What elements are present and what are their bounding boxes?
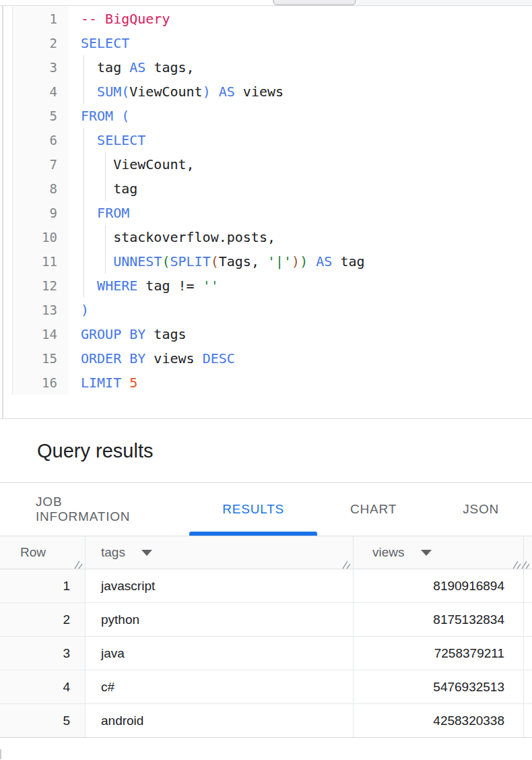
views-cell: 8190916894 — [354, 569, 524, 602]
code-token — [121, 375, 129, 391]
code-text: ORDER BY views DESC — [69, 346, 532, 371]
editor-line-2[interactable]: 2SELECT — [0, 31, 532, 55]
code-token: SPLIT — [170, 253, 210, 270]
code-token — [308, 253, 316, 270]
code-token: AS — [219, 84, 235, 100]
editor-line-9[interactable]: 9 FROM — [0, 201, 532, 225]
code-text: SUM(ViewCount) AS views — [69, 80, 532, 104]
results-tab-bar: JOB INFORMATIONRESULTSCHARTJSON — [0, 483, 532, 536]
dropdown-arrow-icon[interactable] — [421, 550, 432, 556]
line-number: 3 — [12, 55, 69, 80]
indent-guide — [84, 274, 84, 298]
editor-line-4[interactable]: 4 SUM(ViewCount) AS views — [0, 80, 532, 104]
code-token: WHERE — [97, 278, 137, 294]
editor-line-10[interactable]: 10 stackoverflow.posts, — [0, 225, 532, 249]
tab-results[interactable]: RESULTS — [189, 483, 317, 536]
code-token: AS — [316, 253, 332, 270]
indent-guide — [84, 177, 84, 201]
code-text: FROM — [69, 201, 532, 225]
code-token: DESC — [203, 350, 235, 367]
editor-line-13[interactable]: 13) — [0, 298, 532, 322]
code-token: '' — [203, 278, 219, 294]
column-header-label: Row — [20, 545, 46, 560]
indent-guide — [84, 128, 84, 152]
row-number-cell: 5 — [0, 704, 86, 737]
code-token: LIMIT — [81, 375, 121, 391]
query-results-panel-header: Query results — [0, 419, 532, 483]
code-text: SELECT — [69, 31, 532, 55]
panel-left-edge — [0, 749, 1, 759]
code-text: tag AS tags, — [69, 55, 532, 80]
code-token: SELECT — [81, 35, 129, 51]
indent-guide — [105, 152, 106, 177]
code-token: ) — [300, 253, 308, 270]
tab-json[interactable]: JSON — [430, 483, 532, 536]
editor-line-5[interactable]: 5FROM ( — [0, 104, 532, 128]
code-token: tag — [81, 181, 137, 197]
code-token: ORDER BY — [81, 350, 145, 367]
indent-guide — [84, 225, 84, 249]
column-header-label: views — [372, 545, 405, 560]
code-token: tags, — [145, 59, 194, 75]
column-resize-handle[interactable] — [512, 558, 521, 567]
column-resize-handle[interactable] — [521, 558, 530, 567]
line-number: 13 — [12, 298, 69, 322]
code-token: ViewCount, — [81, 156, 195, 172]
editor-line-3[interactable]: 3 tag AS tags, — [0, 55, 532, 80]
table-row: 1javascript8190916894 — [0, 569, 532, 603]
code-token: 5 — [129, 375, 137, 391]
column-header-row[interactable]: Row — [0, 536, 86, 569]
views-cell: 8175132834 — [354, 603, 524, 636]
views-cell: 5476932513 — [354, 670, 524, 703]
editor-line-16[interactable]: 16LIMIT 5 — [0, 371, 532, 395]
code-token: ( — [162, 253, 170, 270]
line-number: 6 — [12, 128, 69, 152]
code-text: FROM ( — [69, 104, 532, 128]
code-text: LIMIT 5 — [69, 371, 532, 395]
tab-job-information[interactable]: JOB INFORMATION — [3, 483, 189, 536]
extra-cell — [524, 670, 532, 703]
page-title: Query results — [37, 440, 153, 462]
code-token: '|' — [267, 253, 292, 270]
line-number: 15 — [12, 346, 69, 371]
code-text: ViewCount, — [69, 152, 532, 177]
tab-chart[interactable]: CHART — [317, 483, 430, 536]
line-number: 12 — [12, 274, 69, 298]
scrollbar-thumb[interactable] — [273, 0, 356, 5]
code-token: views — [235, 84, 284, 100]
row-number-cell: 1 — [0, 569, 86, 602]
code-token: FROM — [81, 108, 113, 124]
column-resize-handle[interactable] — [73, 558, 83, 567]
table-body: 1javascript81909168942python81751328343j… — [0, 569, 532, 738]
editor-line-14[interactable]: 14GROUP BY tags — [0, 322, 532, 346]
code-text: stackoverflow.posts, — [69, 225, 532, 249]
code-token: Tags, — [219, 253, 267, 270]
sql-editor[interactable]: 1-- BigQuery2SELECT3 tag AS tags,4 SUM(V… — [0, 6, 532, 419]
code-token — [211, 84, 219, 100]
editor-line-7[interactable]: 7 ViewCount, — [0, 152, 532, 177]
code-token: ) — [292, 253, 300, 270]
editor-line-12[interactable]: 12 WHERE tag != '' — [0, 274, 532, 298]
editor-line-1[interactable]: 1-- BigQuery — [0, 7, 532, 31]
column-header-views[interactable]: views — [354, 536, 524, 569]
code-token: ) — [81, 302, 89, 318]
column-header-tags[interactable]: tags — [86, 536, 354, 569]
editor-line-15[interactable]: 15ORDER BY views DESC — [0, 346, 532, 371]
indent-guide — [84, 55, 84, 80]
editor-line-8[interactable]: 8 tag — [0, 177, 532, 201]
extra-cell — [524, 704, 532, 737]
line-number: 9 — [12, 201, 69, 225]
views-cell: 4258320338 — [354, 704, 524, 737]
dropdown-arrow-icon[interactable] — [141, 550, 152, 556]
code-token: stackoverflow.posts, — [81, 229, 275, 245]
column-resize-handle[interactable] — [341, 558, 351, 567]
line-number: 7 — [12, 152, 69, 177]
extra-cell — [524, 637, 532, 670]
editor-line-11[interactable]: 11 UNNEST(SPLIT(Tags, '|')) AS tag — [0, 249, 532, 274]
results-table: Rowtagsviews 1javascript81909168942pytho… — [0, 536, 532, 738]
line-number: 5 — [12, 104, 69, 128]
editor-line-6[interactable]: 6 SELECT — [0, 128, 532, 152]
line-number: 14 — [12, 322, 69, 346]
code-token: GROUP BY — [81, 326, 145, 342]
code-text: tag — [69, 177, 532, 201]
